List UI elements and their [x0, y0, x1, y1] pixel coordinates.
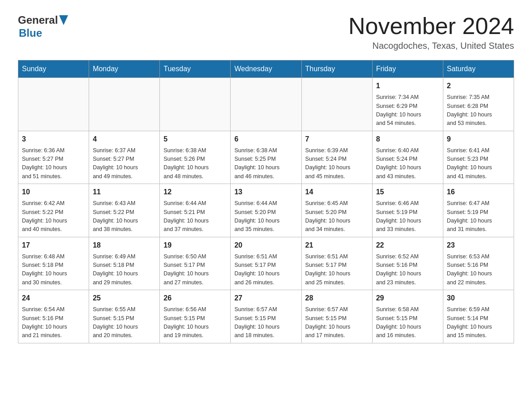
day-number: 1 — [376, 81, 439, 91]
calendar-cell: 21Sunrise: 6:51 AM Sunset: 5:17 PM Dayli… — [301, 237, 372, 290]
calendar-cell: 2Sunrise: 7:35 AM Sunset: 6:28 PM Daylig… — [443, 78, 514, 131]
calendar-cell: 19Sunrise: 6:50 AM Sunset: 5:17 PM Dayli… — [160, 237, 231, 290]
day-info: Sunrise: 6:47 AM Sunset: 5:19 PM Dayligh… — [447, 199, 510, 234]
calendar-cell: 15Sunrise: 6:46 AM Sunset: 5:19 PM Dayli… — [372, 184, 443, 237]
day-info: Sunrise: 6:57 AM Sunset: 5:15 PM Dayligh… — [305, 305, 369, 340]
calendar-cell: 29Sunrise: 6:58 AM Sunset: 5:15 PM Dayli… — [372, 290, 443, 343]
logo: General Blue — [18, 13, 68, 39]
day-info: Sunrise: 7:34 AM Sunset: 6:29 PM Dayligh… — [376, 93, 439, 128]
calendar-cell: 17Sunrise: 6:48 AM Sunset: 5:18 PM Dayli… — [18, 237, 89, 290]
day-info: Sunrise: 6:50 AM Sunset: 5:17 PM Dayligh… — [163, 253, 227, 287]
calendar-cell: 30Sunrise: 6:59 AM Sunset: 5:14 PM Dayli… — [443, 290, 514, 343]
day-info: Sunrise: 6:38 AM Sunset: 5:25 PM Dayligh… — [234, 146, 297, 181]
day-info: Sunrise: 6:44 AM Sunset: 5:20 PM Dayligh… — [234, 199, 297, 234]
calendar-week-3: 10Sunrise: 6:42 AM Sunset: 5:22 PM Dayli… — [18, 184, 514, 237]
day-info: Sunrise: 6:58 AM Sunset: 5:15 PM Dayligh… — [376, 305, 439, 340]
day-number: 29 — [376, 293, 439, 304]
day-info: Sunrise: 6:36 AM Sunset: 5:27 PM Dayligh… — [22, 146, 85, 181]
day-number: 24 — [22, 293, 85, 304]
weekday-header-wednesday: Wednesday — [231, 60, 301, 78]
page-header: General Blue November 2024 Nacogdoches, … — [18, 13, 514, 51]
day-info: Sunrise: 6:51 AM Sunset: 5:17 PM Dayligh… — [305, 253, 369, 287]
calendar-cell: 6Sunrise: 6:38 AM Sunset: 5:25 PM Daylig… — [231, 131, 301, 184]
day-number: 7 — [305, 134, 369, 145]
calendar-cell: 22Sunrise: 6:52 AM Sunset: 5:16 PM Dayli… — [372, 237, 443, 290]
day-info: Sunrise: 6:40 AM Sunset: 5:24 PM Dayligh… — [376, 146, 439, 181]
weekday-header-monday: Monday — [89, 60, 160, 78]
day-info: Sunrise: 6:55 AM Sunset: 5:15 PM Dayligh… — [93, 305, 156, 340]
calendar-cell — [231, 78, 301, 131]
day-number: 28 — [305, 293, 369, 304]
calendar-week-2: 3Sunrise: 6:36 AM Sunset: 5:27 PM Daylig… — [18, 131, 514, 184]
day-number: 11 — [93, 187, 156, 197]
logo-general-text: General — [18, 14, 58, 26]
day-number: 19 — [163, 240, 227, 251]
calendar-cell: 20Sunrise: 6:51 AM Sunset: 5:17 PM Dayli… — [231, 237, 301, 290]
calendar-cell: 12Sunrise: 6:44 AM Sunset: 5:21 PM Dayli… — [160, 184, 231, 237]
day-number: 25 — [93, 293, 156, 304]
day-info: Sunrise: 6:44 AM Sunset: 5:21 PM Dayligh… — [163, 199, 227, 234]
day-info: Sunrise: 6:57 AM Sunset: 5:15 PM Dayligh… — [234, 305, 297, 340]
day-number: 20 — [234, 240, 297, 251]
day-info: Sunrise: 6:51 AM Sunset: 5:17 PM Dayligh… — [234, 253, 297, 287]
day-info: Sunrise: 6:45 AM Sunset: 5:20 PM Dayligh… — [305, 199, 369, 234]
location-text: Nacogdoches, Texas, United States — [348, 41, 514, 51]
day-info: Sunrise: 6:41 AM Sunset: 5:23 PM Dayligh… — [447, 146, 510, 181]
day-info: Sunrise: 6:46 AM Sunset: 5:19 PM Dayligh… — [376, 199, 439, 234]
day-number: 8 — [376, 134, 439, 145]
day-number: 27 — [234, 293, 297, 304]
calendar-cell — [160, 78, 231, 131]
day-number: 21 — [305, 240, 369, 251]
day-info: Sunrise: 6:37 AM Sunset: 5:27 PM Dayligh… — [93, 146, 156, 181]
calendar-cell: 14Sunrise: 6:45 AM Sunset: 5:20 PM Dayli… — [301, 184, 372, 237]
calendar-cell — [89, 78, 160, 131]
day-info: Sunrise: 6:38 AM Sunset: 5:26 PM Dayligh… — [163, 146, 227, 181]
calendar-cell: 23Sunrise: 6:53 AM Sunset: 5:16 PM Dayli… — [443, 237, 514, 290]
logo-blue-text: Blue — [19, 27, 42, 39]
day-number: 5 — [163, 134, 227, 145]
day-info: Sunrise: 6:42 AM Sunset: 5:22 PM Dayligh… — [22, 199, 85, 234]
calendar-week-1: 1Sunrise: 7:34 AM Sunset: 6:29 PM Daylig… — [18, 78, 514, 131]
calendar-cell: 18Sunrise: 6:49 AM Sunset: 5:18 PM Dayli… — [89, 237, 160, 290]
calendar-cell — [301, 78, 372, 131]
calendar-week-4: 17Sunrise: 6:48 AM Sunset: 5:18 PM Dayli… — [18, 237, 514, 290]
calendar-table: SundayMondayTuesdayWednesdayThursdayFrid… — [18, 60, 514, 343]
calendar-header-row: SundayMondayTuesdayWednesdayThursdayFrid… — [18, 60, 514, 78]
day-number: 9 — [447, 134, 510, 145]
calendar-cell: 24Sunrise: 6:54 AM Sunset: 5:16 PM Dayli… — [18, 290, 89, 343]
calendar-cell: 1Sunrise: 7:34 AM Sunset: 6:29 PM Daylig… — [372, 78, 443, 131]
day-info: Sunrise: 6:48 AM Sunset: 5:18 PM Dayligh… — [22, 253, 85, 287]
day-number: 10 — [22, 187, 85, 197]
day-info: Sunrise: 6:49 AM Sunset: 5:18 PM Dayligh… — [93, 253, 156, 287]
svg-marker-0 — [59, 15, 68, 25]
day-number: 22 — [376, 240, 439, 251]
day-number: 13 — [234, 187, 297, 197]
day-number: 3 — [22, 134, 85, 145]
logo-arrow-icon — [59, 15, 68, 27]
day-number: 14 — [305, 187, 369, 197]
day-info: Sunrise: 7:35 AM Sunset: 6:28 PM Dayligh… — [447, 93, 510, 128]
calendar-cell: 7Sunrise: 6:39 AM Sunset: 5:24 PM Daylig… — [301, 131, 372, 184]
weekday-header-friday: Friday — [372, 60, 443, 78]
day-info: Sunrise: 6:59 AM Sunset: 5:14 PM Dayligh… — [447, 305, 510, 340]
calendar-cell: 16Sunrise: 6:47 AM Sunset: 5:19 PM Dayli… — [443, 184, 514, 237]
day-info: Sunrise: 6:56 AM Sunset: 5:15 PM Dayligh… — [163, 305, 227, 340]
day-number: 18 — [93, 240, 156, 251]
calendar-cell: 5Sunrise: 6:38 AM Sunset: 5:26 PM Daylig… — [160, 131, 231, 184]
day-number: 17 — [22, 240, 85, 251]
day-info: Sunrise: 6:39 AM Sunset: 5:24 PM Dayligh… — [305, 146, 369, 181]
day-number: 30 — [447, 293, 510, 304]
day-info: Sunrise: 6:53 AM Sunset: 5:16 PM Dayligh… — [447, 253, 510, 287]
day-info: Sunrise: 6:43 AM Sunset: 5:22 PM Dayligh… — [93, 199, 156, 234]
day-info: Sunrise: 6:54 AM Sunset: 5:16 PM Dayligh… — [22, 305, 85, 340]
day-number: 23 — [447, 240, 510, 251]
weekday-header-thursday: Thursday — [301, 60, 372, 78]
calendar-cell: 3Sunrise: 6:36 AM Sunset: 5:27 PM Daylig… — [18, 131, 89, 184]
calendar-cell: 11Sunrise: 6:43 AM Sunset: 5:22 PM Dayli… — [89, 184, 160, 237]
day-number: 2 — [447, 81, 510, 91]
title-area: November 2024 Nacogdoches, Texas, United… — [348, 13, 514, 51]
calendar-cell: 13Sunrise: 6:44 AM Sunset: 5:20 PM Dayli… — [231, 184, 301, 237]
calendar-cell: 10Sunrise: 6:42 AM Sunset: 5:22 PM Dayli… — [18, 184, 89, 237]
day-info: Sunrise: 6:52 AM Sunset: 5:16 PM Dayligh… — [376, 253, 439, 287]
calendar-cell: 25Sunrise: 6:55 AM Sunset: 5:15 PM Dayli… — [89, 290, 160, 343]
